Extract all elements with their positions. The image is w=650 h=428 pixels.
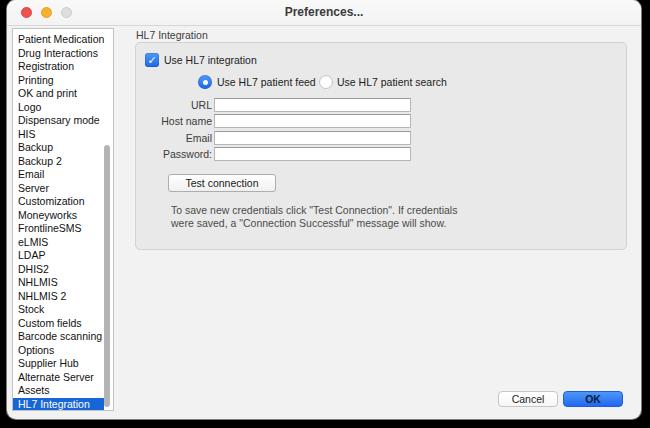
use-hl7-integration-checkbox[interactable] xyxy=(145,53,159,67)
sidebar-items: Patient Medication Drug Interactions Reg… xyxy=(13,33,104,411)
sidebar-item-his[interactable]: HIS xyxy=(13,128,104,142)
sidebar-item-stock[interactable]: Stock xyxy=(13,303,104,317)
sidebar-item-backup-2[interactable]: Backup 2 xyxy=(13,155,104,169)
password-input[interactable] xyxy=(214,147,411,161)
credentials-caption-line2: were saved, a "Connection Successful" me… xyxy=(171,217,457,230)
sidebar-item-patient-medication[interactable]: Patient Medication xyxy=(13,33,104,47)
sidebar-item-moneyworks[interactable]: Moneyworks xyxy=(13,209,104,223)
hl7-integration-groupbox: Use HL7 integration Use HL7 patient feed… xyxy=(135,42,627,250)
ok-button[interactable]: OK xyxy=(563,391,623,407)
cancel-button[interactable]: Cancel xyxy=(498,391,558,407)
sidebar-item-assets[interactable]: Assets xyxy=(13,384,104,398)
url-input[interactable] xyxy=(214,98,411,112)
credentials-caption-line1: To save new credentials click "Test Conn… xyxy=(171,204,457,217)
sidebar-item-hl7-integration[interactable]: HL7 Integration xyxy=(13,398,104,412)
email-input[interactable] xyxy=(214,131,411,145)
sidebar-item-elmis[interactable]: eLMIS xyxy=(13,236,104,250)
sidebar-item-ldap[interactable]: LDAP xyxy=(13,249,104,263)
sidebar-item-nhlmis[interactable]: NHLMIS xyxy=(13,276,104,290)
sidebar-item-logo[interactable]: Logo xyxy=(13,101,104,115)
radio-use-hl7-patient-search[interactable] xyxy=(319,75,333,89)
radio-use-hl7-patient-search-label[interactable]: Use HL7 patient search xyxy=(337,75,447,89)
host-name-input[interactable] xyxy=(214,114,411,128)
host-name-label: Host name xyxy=(136,114,212,128)
sidebar-item-nhlmis-2[interactable]: NHLMIS 2 xyxy=(13,290,104,304)
window-title: Preferences... xyxy=(7,0,641,25)
sidebar-item-printing[interactable]: Printing xyxy=(13,74,104,88)
url-label: URL xyxy=(136,98,212,112)
credentials-caption: To save new credentials click "Test Conn… xyxy=(171,204,457,229)
email-label: Email xyxy=(136,131,212,145)
sidebar-list: Patient Medication Drug Interactions Reg… xyxy=(12,28,114,411)
sidebar-item-options[interactable]: Options xyxy=(13,344,104,358)
sidebar-item-backup[interactable]: Backup xyxy=(13,141,104,155)
titlebar[interactable]: Preferences... xyxy=(7,0,641,26)
sidebar-scrollbar-thumb[interactable] xyxy=(104,145,110,407)
sidebar-item-drug-interactions[interactable]: Drug Interactions xyxy=(13,47,104,61)
sidebar-item-alternate-server[interactable]: Alternate Server xyxy=(13,371,104,385)
test-connection-button[interactable]: Test connection xyxy=(168,174,276,192)
radio-use-hl7-patient-feed-label[interactable]: Use HL7 patient feed xyxy=(217,75,316,89)
sidebar-item-dispensary-mode[interactable]: Dispensary mode xyxy=(13,114,104,128)
preferences-window: Preferences... Patient Medication Drug I… xyxy=(7,0,641,419)
radio-use-hl7-patient-feed[interactable] xyxy=(198,75,212,89)
sidebar-item-email[interactable]: Email xyxy=(13,168,104,182)
sidebar-item-dhis2[interactable]: DHIS2 xyxy=(13,263,104,277)
section-label: HL7 Integration xyxy=(136,29,208,41)
use-hl7-integration-label[interactable]: Use HL7 integration xyxy=(164,53,257,67)
sidebar-item-customization[interactable]: Customization xyxy=(13,195,104,209)
sidebar-item-barcode-scanning[interactable]: Barcode scanning xyxy=(13,330,104,344)
password-label: Password: xyxy=(136,147,212,161)
sidebar-item-supplier-hub[interactable]: Supplier Hub xyxy=(13,357,104,371)
sidebar-item-registration[interactable]: Registration xyxy=(13,60,104,74)
sidebar-item-server[interactable]: Server xyxy=(13,182,104,196)
sidebar-item-frontlinesms[interactable]: FrontlineSMS xyxy=(13,222,104,236)
sidebar-item-ok-and-print[interactable]: OK and print xyxy=(13,87,104,101)
sidebar-item-custom-fields[interactable]: Custom fields xyxy=(13,317,104,331)
